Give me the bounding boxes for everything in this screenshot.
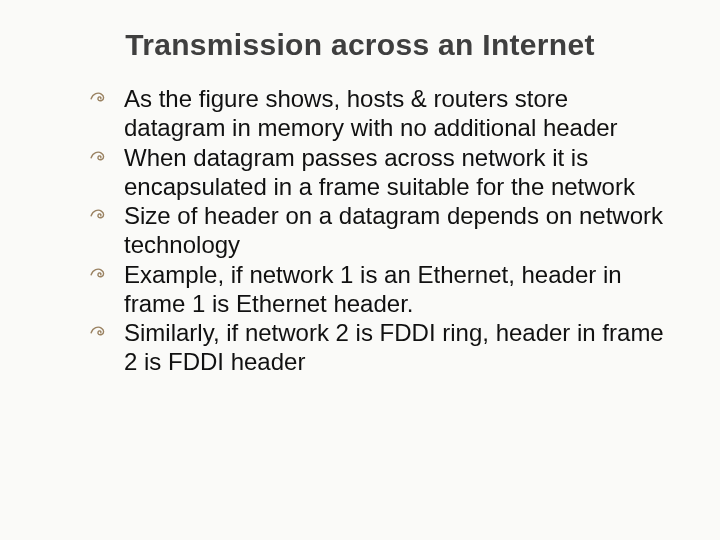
- list-item-text: As the figure shows, hosts & routers sto…: [124, 85, 618, 141]
- list-item-text: Example, if network 1 is an Ethernet, he…: [124, 261, 622, 317]
- swirl-icon: [90, 324, 110, 344]
- list-item-text: Size of header on a datagram depends on …: [124, 202, 663, 258]
- list-item: Size of header on a datagram depends on …: [90, 201, 670, 260]
- bullet-list: As the figure shows, hosts & routers sto…: [40, 84, 680, 377]
- list-item-text: Similarly, if network 2 is FDDI ring, he…: [124, 319, 664, 375]
- page-title: Transmission across an Internet: [40, 28, 680, 62]
- list-item: Similarly, if network 2 is FDDI ring, he…: [90, 318, 670, 377]
- swirl-icon: [90, 207, 110, 227]
- slide: Transmission across an Internet As the f…: [0, 0, 720, 540]
- list-item: Example, if network 1 is an Ethernet, he…: [90, 260, 670, 319]
- swirl-icon: [90, 266, 110, 286]
- list-item-text: When datagram passes across network it i…: [124, 144, 635, 200]
- list-item: As the figure shows, hosts & routers sto…: [90, 84, 670, 143]
- swirl-icon: [90, 90, 110, 110]
- swirl-icon: [90, 149, 110, 169]
- list-item: When datagram passes across network it i…: [90, 143, 670, 202]
